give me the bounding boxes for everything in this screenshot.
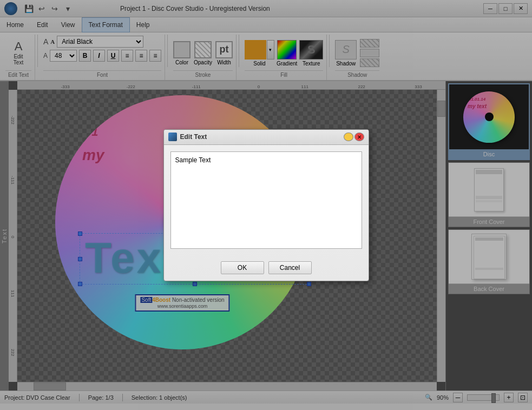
dialog-body: Sample Text <box>164 145 369 257</box>
dialog-close-btns: ✕ <box>344 133 364 141</box>
dialog-cancel-btn[interactable]: Cancel <box>268 261 312 274</box>
modal-overlay: Edit Text ✕ Sample Text OK Cancel <box>0 0 532 410</box>
dialog-title: Edit Text <box>180 133 207 141</box>
dialog-title-bar: Edit Text ✕ <box>164 130 369 145</box>
dialog-close-btn[interactable]: ✕ <box>354 133 364 141</box>
dialog-minimize-btn[interactable] <box>344 133 353 141</box>
dialog-ok-btn[interactable]: OK <box>221 261 264 274</box>
dialog-footer: OK Cancel <box>164 257 369 281</box>
dialog-icon <box>168 133 177 141</box>
edit-text-dialog: Edit Text ✕ Sample Text OK Cancel <box>163 129 369 281</box>
edit-text-textarea[interactable]: Sample Text <box>170 151 362 249</box>
dialog-title-left: Edit Text <box>168 133 207 141</box>
